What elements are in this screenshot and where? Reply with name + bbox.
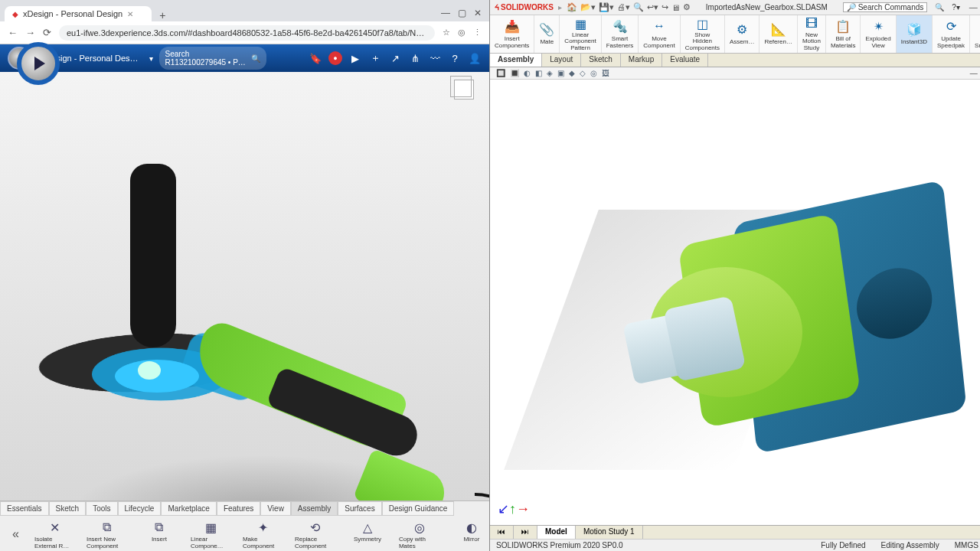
tool-insert[interactable]: ⧉Insert (139, 519, 180, 549)
xdesign-tab-tools[interactable]: Tools (86, 501, 117, 516)
headsup-icon-0[interactable]: 🔲 (496, 69, 505, 77)
headsup-icon-9[interactable]: 🖼 (602, 69, 609, 77)
headsup-icon-1[interactable]: 🔳 (510, 69, 519, 77)
tag-icon[interactable]: 🔖 (309, 53, 322, 64)
tool-make-component[interactable]: ✦Make Component (243, 519, 284, 549)
ribbon-linear-component-pattern[interactable]: ▦Linear Component Pattern (560, 15, 601, 53)
sw-tab-evaluate[interactable]: Evaluate (662, 54, 708, 67)
xdesign-tab-surfaces[interactable]: Surfaces (338, 501, 381, 516)
xdesign-tab-view[interactable]: View (260, 501, 291, 516)
xdesign-tab-design-guidance[interactable]: Design Guidance (382, 501, 455, 516)
qat-icon-3[interactable]: 🖨▾ (617, 2, 630, 12)
browser-tab[interactable]: ◆ xDesign - Personal Design ✕ (5, 6, 152, 21)
tool-symmetry[interactable]: △Symmetry (347, 519, 388, 549)
ribbon-bill-of-materials[interactable]: 📋Bill of Materials (826, 15, 861, 53)
qat-icon-5[interactable]: ↩▾ (647, 2, 658, 12)
sw-tab-layout[interactable]: Layout (542, 54, 581, 67)
headsup-icon-3[interactable]: ◧ (535, 69, 542, 77)
headsup-icon-6[interactable]: ◆ (569, 69, 575, 77)
xdesign-tab-marketplace[interactable]: Marketplace (161, 501, 216, 516)
window-max-icon[interactable]: ▢ (458, 8, 466, 18)
sw-tab-sketch[interactable]: Sketch (581, 54, 621, 67)
address-bar[interactable]: eu1-ifwe.3dexperience.3ds.com/#dashboard… (59, 25, 435, 41)
sw-search[interactable]: 🔎 Search Commands (843, 2, 928, 12)
xdesign-tab-lifecycle[interactable]: Lifecycle (118, 501, 162, 516)
tool-mirror[interactable]: ◐Mirror (451, 519, 492, 549)
view-cube[interactable] (454, 80, 474, 99)
help-icon[interactable]: ? (448, 53, 462, 64)
qat-icon-2[interactable]: 💾▾ (599, 2, 614, 12)
qat-icon-8[interactable]: ⚙ (683, 2, 691, 12)
reload-icon[interactable]: ⟳ (43, 27, 51, 38)
network-icon[interactable]: ⋔ (408, 53, 422, 64)
profile-icon[interactable]: ◎ (458, 28, 466, 37)
overflow-left-icon[interactable]: « (8, 527, 24, 541)
solidworks-logo[interactable]: ᔦ SOLIDWORKS (495, 3, 554, 11)
ribbon-assem-[interactable]: ⚙Assem… (725, 15, 760, 53)
sw-tab-assembly[interactable]: Assembly (490, 54, 542, 67)
ribbon-show-hidden-components[interactable]: ◫Show Hidden Components (681, 15, 725, 53)
win-min-icon[interactable]: — (969, 2, 978, 12)
menu-icon[interactable]: ⋮ (473, 28, 482, 37)
headsup-icon-7[interactable]: ◇ (580, 69, 586, 77)
help-dropdown[interactable]: ?▾ (952, 3, 960, 11)
record-badge[interactable]: ● (328, 51, 342, 65)
headsup-icon-5[interactable]: ▣ (557, 69, 564, 77)
user-icon[interactable]: 👤 (468, 53, 482, 64)
xdesign-tab-sketch[interactable]: Sketch (49, 501, 87, 516)
wave-icon[interactable]: 〰 (428, 53, 442, 64)
window-close-icon[interactable]: ✕ (474, 8, 482, 18)
model-gearbox[interactable] (551, 164, 934, 485)
qat-icon-1[interactable]: 📂▾ (580, 2, 596, 12)
doc-min-icon[interactable]: — (970, 69, 978, 77)
headsup-icon-4[interactable]: ◈ (547, 69, 553, 77)
origin-triad[interactable]: ↙↑→ (498, 500, 530, 517)
sw-bottom-tab-model[interactable]: Model (537, 526, 576, 539)
ribbon-instant-d[interactable]: 🧊Instant3D (897, 15, 933, 53)
qat-icon-4[interactable]: 🔍 (633, 2, 644, 12)
qat-icon-7[interactable]: 🖥 (671, 3, 680, 12)
ribbon-update-speedpak[interactable]: ⟳Update Speedpak (933, 15, 970, 53)
tool-copy-with-mates[interactable]: ◎Copy with Mates (399, 519, 440, 549)
app-dropdown-icon[interactable]: ▾ (149, 54, 153, 63)
search-icon[interactable]: 🔍 (251, 54, 260, 63)
new-tab-button[interactable]: + (155, 9, 170, 21)
sw-status-units[interactable]: MMGS (955, 541, 978, 549)
model-angle-grinder[interactable] (38, 164, 436, 500)
forward-icon[interactable]: → (25, 27, 35, 38)
play-icon[interactable]: ▶ (348, 53, 362, 64)
qat-icon-0[interactable]: 🏠 (567, 2, 577, 12)
qat-icon-6[interactable]: ↪ (662, 2, 668, 12)
sw-bottom-tab--[interactable]: ⏮ (490, 526, 514, 539)
ribbon-mate[interactable]: 📎Mate (534, 15, 560, 53)
compass-play-button[interactable] (17, 42, 60, 85)
xdesign-search[interactable]: Search R1132100279645 • P… 🔍 (159, 47, 266, 70)
sw-bottom-tab-motion-study-1[interactable]: Motion Study 1 (576, 526, 643, 539)
ribbon-new-motion-study[interactable]: 🎞New Motion Study (798, 15, 826, 53)
window-min-icon[interactable]: — (441, 8, 450, 18)
tool-linear-compone-[interactable]: ▦Linear Compone… (191, 519, 232, 549)
xdesign-tab-features[interactable]: Features (217, 501, 260, 516)
tool-replace-component[interactable]: ⟲Replace Component (295, 519, 336, 549)
tab-close-icon[interactable]: ✕ (127, 10, 133, 18)
ribbon-referen-[interactable]: 📐Referen… (760, 15, 797, 53)
ribbon-smart-fasteners[interactable]: 🔩Smart Fasteners (602, 15, 639, 53)
magnify-icon[interactable]: 🔍 (935, 3, 944, 11)
bookmark-icon[interactable]: ☆ (443, 28, 450, 37)
ribbon-insert-components[interactable]: 📥Insert Components (490, 15, 534, 53)
headsup-icon-8[interactable]: ◎ (590, 69, 597, 77)
sw-tab-markup[interactable]: Markup (621, 54, 662, 67)
tool-isolate-external-r-[interactable]: ✕Isolate External R… (34, 519, 76, 549)
ribbon-move-component[interactable]: ↔Move Component (639, 15, 680, 53)
ribbon-exploded-view[interactable]: ✴Exploded View (861, 15, 896, 53)
headsup-icon-2[interactable]: ◐ (524, 69, 531, 77)
back-icon[interactable]: ← (8, 27, 18, 38)
sw-viewport[interactable]: ⌂ ▥ ▤ ◧ ◈ ≣ 💬 ↙↑→ (490, 80, 980, 525)
xdesign-tab-assembly[interactable]: Assembly (291, 501, 338, 516)
share-icon[interactable]: ↗ (388, 53, 402, 64)
add-icon[interactable]: ＋ (368, 51, 382, 65)
tool-insert-new-component[interactable]: ⧉Insert New Component (87, 519, 128, 549)
xdesign-tab-essentials[interactable]: Essentials (0, 501, 49, 516)
xdesign-viewport[interactable] (0, 72, 489, 500)
ribbon-take-snapshot[interactable]: 📸Take Snapshot (970, 15, 980, 53)
